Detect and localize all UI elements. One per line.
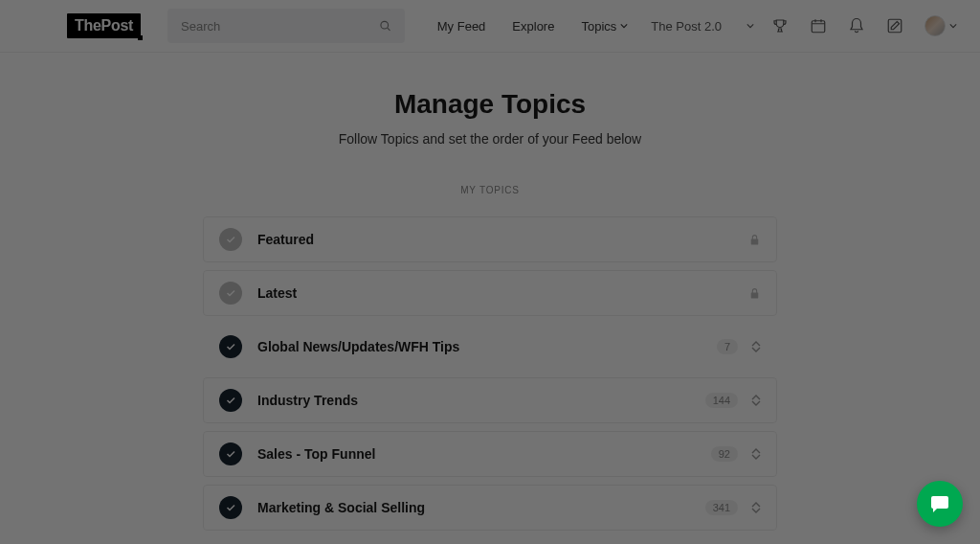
drag-handle[interactable] [751, 448, 761, 460]
caret-down-icon [949, 22, 957, 30]
search-icon [379, 19, 391, 33]
chevron-down-icon [751, 400, 761, 406]
check-icon [225, 341, 236, 352]
count-badge: 7 [717, 339, 738, 354]
topic-name: Industry Trends [257, 393, 705, 408]
drag-handle[interactable] [751, 395, 761, 406]
follow-toggle[interactable] [219, 335, 242, 358]
lock-icon [748, 287, 761, 300]
topic-name: Global News/Updates/WFH Tips [257, 339, 717, 354]
topic-row[interactable]: Latest [203, 270, 777, 316]
topic-row[interactable]: Sales - Top Funnel92 [203, 431, 777, 477]
section-label-my-topics: MY TOPICS [0, 185, 980, 195]
chat-icon [928, 492, 951, 515]
count-badge: 341 [705, 500, 738, 515]
page-title: Manage Topics [0, 89, 980, 120]
topic-row[interactable]: Global News/Updates/WFH Tips7 [203, 324, 777, 370]
drag-handle[interactable] [751, 341, 761, 352]
bell-icon[interactable] [848, 17, 865, 34]
topic-row[interactable]: Featured [203, 216, 777, 262]
primary-nav: My Feed Explore Topics [437, 19, 629, 34]
nav-topics[interactable]: Topics [581, 19, 628, 34]
avatar [924, 15, 946, 36]
svg-rect-2 [812, 21, 825, 33]
caret-down-icon [746, 22, 754, 30]
topic-name: Marketing & Social Selling [257, 500, 705, 515]
svg-point-0 [381, 21, 389, 29]
chevron-down-icon [751, 508, 761, 513]
topic-name: Latest [257, 285, 748, 301]
svg-line-1 [388, 28, 390, 31]
chevron-down-icon [751, 454, 761, 460]
intercom-launcher[interactable] [917, 481, 963, 527]
caret-down-icon [620, 22, 628, 30]
row-end: 144 [705, 393, 761, 408]
svg-rect-3 [888, 19, 902, 33]
check-icon [225, 502, 236, 513]
row-end [748, 287, 761, 300]
topic-list: FeaturedLatestGlobal News/Updates/WFH Ti… [203, 216, 777, 531]
nav-explore[interactable]: Explore [512, 19, 554, 34]
page-content: Manage Topics Follow Topics and set the … [0, 53, 980, 531]
topic-row[interactable]: Marketing & Social Selling341 [203, 485, 777, 531]
follow-toggle [219, 282, 242, 305]
check-icon [225, 234, 236, 245]
topic-row[interactable]: Industry Trends144 [203, 377, 777, 423]
calendar-icon[interactable] [810, 17, 827, 34]
count-badge: 144 [705, 393, 738, 408]
nav-my-feed[interactable]: My Feed [437, 19, 486, 34]
check-icon [225, 287, 236, 299]
lock-icon [748, 234, 761, 246]
workspace-switcher[interactable]: The Post 2.0 [651, 19, 754, 34]
row-end: 7 [717, 339, 761, 354]
row-end: 341 [705, 500, 761, 515]
topic-name: Sales - Top Funnel [257, 446, 711, 462]
app-header: ThePost My Feed Explore Topics The Post … [0, 0, 980, 53]
chevron-down-icon [751, 347, 761, 352]
follow-toggle[interactable] [219, 442, 242, 465]
search-box[interactable] [167, 9, 405, 43]
topic-name: Featured [257, 232, 748, 247]
row-end [748, 234, 761, 246]
compose-icon[interactable] [886, 17, 903, 34]
drag-handle[interactable] [751, 502, 761, 513]
follow-toggle[interactable] [219, 389, 242, 412]
page-subtitle: Follow Topics and set the order of your … [0, 131, 980, 147]
user-menu[interactable] [924, 15, 957, 36]
nav-topics-label: Topics [581, 19, 616, 34]
check-icon [225, 448, 236, 460]
follow-toggle [219, 228, 242, 251]
trophy-icon[interactable] [771, 17, 789, 34]
workspace-name: The Post 2.0 [651, 19, 722, 34]
row-end: 92 [711, 446, 761, 462]
check-icon [225, 395, 236, 406]
header-actions [771, 15, 957, 36]
search-input[interactable] [181, 19, 379, 34]
logo[interactable]: ThePost [67, 13, 141, 38]
count-badge: 92 [711, 446, 738, 462]
follow-toggle[interactable] [219, 496, 242, 519]
